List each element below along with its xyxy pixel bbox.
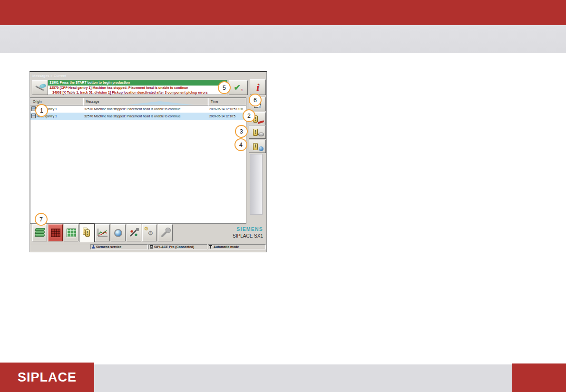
cell-time: 2009-05-14 12:10:5 <box>209 113 246 120</box>
pen-magnifier-icon <box>35 83 47 93</box>
cell-time: 2009-05-14 12:10:53.106 <box>209 105 246 113</box>
blue-lens-icon <box>259 146 263 151</box>
callout-2: 2 <box>243 109 255 122</box>
station-icon <box>150 245 153 249</box>
machine-model-label: SIPLACE SX1 <box>211 233 263 239</box>
callout-6: 6 <box>249 94 262 106</box>
footer-red-accent <box>512 363 566 392</box>
machine-icon <box>31 114 36 118</box>
acknowledge-button[interactable] <box>32 80 49 95</box>
callout-1: 1 <box>35 104 48 117</box>
header-red-bar <box>0 0 566 25</box>
cell-message: 32570 Machine has stopped: Placement hea… <box>84 113 208 120</box>
camera-lens-icon <box>114 229 122 237</box>
footer-gray-bar <box>94 364 512 392</box>
callout-4: 4 <box>234 138 247 151</box>
boards-stack-icon <box>35 228 45 238</box>
tab-component-matrix[interactable] <box>48 224 63 241</box>
status-connection: SIPLACE Pro (Connected) <box>148 244 207 249</box>
info-button[interactable]: i <box>250 79 266 95</box>
tab-boards[interactable] <box>32 224 47 241</box>
tab-vision[interactable] <box>111 224 126 241</box>
sidebar-empty-strip <box>250 154 263 215</box>
footer-logo-block: SIPLACE <box>0 363 94 392</box>
confirm-count-badge: 1 <box>241 88 243 92</box>
message-banner: 31901 Press the START button to begin pr… <box>48 80 227 95</box>
callout-3: 3 <box>235 125 248 138</box>
red-tool-icon <box>258 120 264 124</box>
screwdriver-icon <box>128 228 140 238</box>
tab-repair[interactable] <box>127 224 141 241</box>
callout-7: 7 <box>35 213 48 226</box>
messages-table: Origin Message Time Head gantry 1 32570 … <box>30 97 246 224</box>
confirm-messages-button[interactable]: ✔ 1 <box>229 80 248 95</box>
tab-setup[interactable]: ⚙ ⚙ <box>142 224 157 241</box>
message-camera-button[interactable] <box>249 140 266 153</box>
banner-alarm-line-1: 32570 [CPP Head gantry 1] Machine has st… <box>48 86 227 91</box>
tab-statistics[interactable] <box>95 224 110 241</box>
siplace-logo: SIPLACE <box>18 370 77 385</box>
banner-alarm-line-2: 34903 [X-Table 1, track 51, division 1] … <box>48 90 227 95</box>
callout-5: 5 <box>218 81 231 94</box>
table-row-selected[interactable]: Head gantry 1 32570 Machine has stopped:… <box>30 113 246 120</box>
status-mode: Automatic mode <box>208 244 266 249</box>
messages-icon <box>81 228 93 238</box>
green-check-icon: ✔ <box>234 84 240 92</box>
siemens-logo: SIEMENS <box>211 226 263 232</box>
breadcrumb: Messages > Current <box>32 74 66 78</box>
gears-icon: ⚙ ⚙ <box>144 228 156 238</box>
tab-board-layout[interactable] <box>64 224 78 241</box>
sort-indicator-icon <box>126 101 194 105</box>
warning-plate-icon <box>253 143 258 150</box>
column-header-time[interactable]: Time <box>208 98 246 105</box>
green-board-icon <box>67 229 76 237</box>
siplace-window: Messages > Current 31901 Press the START… <box>29 71 267 252</box>
mouse-icon <box>258 133 264 136</box>
table-row[interactable]: Head gantry 1 32570 Machine has stopped:… <box>30 105 246 113</box>
chart-icon <box>97 228 108 238</box>
banner-info-line: 31901 Press the START button to begin pr… <box>48 80 227 86</box>
mode-icon <box>210 245 214 249</box>
header-gray-bar <box>0 25 566 53</box>
status-user: Siemens service <box>90 244 148 249</box>
cell-message: 32570 Machine has stopped: Placement hea… <box>84 105 208 113</box>
tab-messages[interactable] <box>79 223 95 242</box>
wrench-icon <box>160 228 171 238</box>
info-icon: i <box>256 81 259 94</box>
warning-plate-icon <box>253 129 258 136</box>
tab-service[interactable] <box>158 224 173 241</box>
red-grid-icon <box>51 229 60 237</box>
user-icon <box>92 245 95 249</box>
message-help-button[interactable] <box>249 125 266 139</box>
